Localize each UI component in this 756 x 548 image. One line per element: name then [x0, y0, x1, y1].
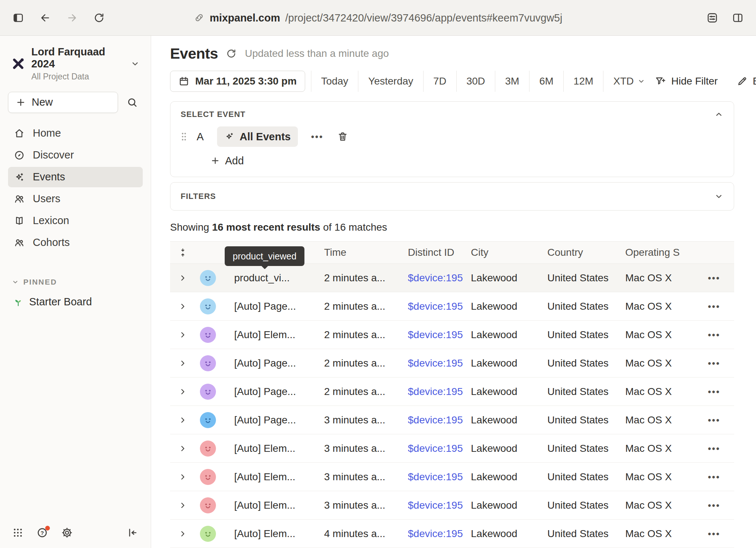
project-switcher[interactable]: Lord Farquaad 2024 All Project Data	[8, 45, 143, 82]
table-row[interactable]: [Auto] Elem... 4 minutes a... $device:19…	[170, 520, 734, 548]
chevron-up-icon[interactable]	[714, 110, 724, 119]
url-bar[interactable]: mixpanel.com/project/3472420/view/397469…	[194, 12, 562, 24]
event-os: Mac OS X	[618, 357, 694, 369]
row-expand-chevron[interactable]	[170, 274, 196, 282]
row-actions-menu[interactable]: •••	[694, 472, 734, 482]
table-row[interactable]: [Auto] Elem... 3 minutes a... $device:19…	[170, 491, 734, 520]
distinct-id-link[interactable]: $device:195...	[408, 500, 464, 511]
sidebar-item-home[interactable]: Home	[8, 123, 143, 144]
row-actions-menu[interactable]: •••	[694, 273, 734, 283]
sidebar-item-cohorts[interactable]: Cohorts	[8, 232, 143, 253]
row-expand-chevron[interactable]	[170, 473, 196, 481]
pinned-section-header[interactable]: PINNED	[8, 278, 143, 286]
distinct-id-link[interactable]: $device:195...	[408, 471, 464, 482]
event-time: 2 minutes a...	[317, 386, 401, 398]
forward-icon[interactable]	[66, 12, 78, 24]
sidebar-item-discover[interactable]: Discover	[8, 145, 143, 165]
row-expand-chevron[interactable]	[170, 387, 196, 396]
drag-handle-icon[interactable]	[181, 132, 187, 142]
hide-filter-button[interactable]: Hide Filter	[655, 75, 718, 87]
distinct-id-link[interactable]: $device:195...	[408, 329, 464, 340]
range-3m[interactable]: 3M	[495, 71, 529, 92]
event-country: United States	[540, 386, 618, 398]
row-expand-chevron[interactable]	[170, 359, 196, 368]
gear-icon[interactable]	[61, 527, 73, 539]
reload-icon[interactable]	[93, 12, 105, 24]
row-actions-menu[interactable]: •••	[694, 443, 734, 454]
event-avatar	[200, 412, 216, 428]
distinct-id-link[interactable]: $device:195...	[408, 301, 464, 312]
table-row[interactable]: [Auto] Elem... 3 minutes a... $device:19…	[170, 463, 734, 491]
range-yesterday[interactable]: Yesterday	[358, 71, 423, 92]
chevron-down-icon[interactable]	[714, 192, 724, 201]
sidebar-item-users[interactable]: Users	[8, 189, 143, 209]
col-os[interactable]: Operating S	[618, 247, 694, 258]
row-actions-menu[interactable]: •••	[694, 301, 734, 312]
range-6m[interactable]: 6M	[529, 71, 563, 92]
add-event-button[interactable]: Add	[210, 153, 244, 168]
event-row-letter: A	[197, 131, 209, 143]
range-30d[interactable]: 30D	[456, 71, 495, 92]
row-expand-chevron[interactable]	[170, 501, 196, 510]
event-city: Lakewood	[464, 414, 540, 426]
col-country[interactable]: Country	[540, 247, 618, 258]
distinct-id-link[interactable]: $device:195...	[408, 443, 464, 454]
row-actions-menu[interactable]: •••	[694, 529, 734, 539]
range-12m[interactable]: 12M	[563, 71, 603, 92]
row-actions-menu[interactable]: •••	[694, 330, 734, 340]
row-actions-menu[interactable]: •••	[694, 387, 734, 397]
browser-settings-icon[interactable]	[706, 12, 718, 24]
range-today[interactable]: Today	[311, 71, 358, 92]
col-city[interactable]: City	[464, 247, 540, 258]
range-xtd[interactable]: XTD	[603, 71, 655, 92]
apps-grid-icon[interactable]	[12, 527, 23, 538]
hide-filter-label: Hide Filter	[671, 75, 718, 87]
collapse-all-icon[interactable]	[170, 247, 196, 258]
event-avatar	[200, 270, 216, 286]
home-icon	[14, 128, 25, 139]
split-view-icon[interactable]	[732, 12, 744, 24]
table-row[interactable]: [Auto] Page... 2 minutes a... $device:19…	[170, 292, 734, 321]
browser-sidebar-toggle-icon[interactable]	[12, 12, 24, 24]
trash-icon[interactable]	[337, 131, 348, 142]
pinned-item-starter-board[interactable]: Starter Board	[8, 292, 143, 312]
row-actions-menu[interactable]: •••	[694, 358, 734, 368]
event-os: Mac OS X	[618, 272, 694, 284]
help-button[interactable]: ?	[36, 527, 48, 539]
row-expand-chevron[interactable]	[170, 302, 196, 311]
row-expand-chevron[interactable]	[170, 444, 196, 453]
refresh-icon[interactable]	[226, 48, 237, 59]
row-expand-chevron[interactable]	[170, 330, 196, 339]
date-picker-button[interactable]: Mar 11, 2025 3:30 pm	[170, 71, 305, 92]
range-7d[interactable]: 7D	[423, 71, 456, 92]
distinct-id-link[interactable]: $device:195...	[408, 528, 464, 539]
table-row[interactable]: [Auto] Elem... 2 minutes a... $device:19…	[170, 321, 734, 349]
row-actions-menu[interactable]: •••	[694, 500, 734, 510]
row-expand-chevron[interactable]	[170, 529, 196, 538]
pinned-label: PINNED	[23, 278, 57, 286]
sidebar-item-events[interactable]: Events	[8, 167, 143, 187]
all-events-selector[interactable]: All Events	[217, 126, 298, 147]
collapse-sidebar-icon[interactable]	[127, 527, 138, 539]
col-distinct-id[interactable]: Distinct ID	[401, 247, 464, 258]
table-row[interactable]: product_vi... 2 minutes a... $device:195…	[170, 264, 734, 292]
event-options-menu[interactable]: •••	[311, 132, 323, 142]
table-row[interactable]: [Auto] Page... 3 minutes a... $device:19…	[170, 406, 734, 434]
table-row[interactable]: [Auto] Elem... 3 minutes a... $device:19…	[170, 434, 734, 463]
back-icon[interactable]	[39, 12, 51, 24]
seedling-icon	[13, 297, 23, 307]
distinct-id-link[interactable]: $device:195...	[408, 272, 464, 283]
sidebar-item-lexicon[interactable]: Lexicon	[8, 211, 143, 231]
table-row[interactable]: [Auto] Page... 2 minutes a... $device:19…	[170, 349, 734, 377]
row-expand-chevron[interactable]	[170, 416, 196, 424]
distinct-id-link[interactable]: $device:195...	[408, 357, 464, 369]
row-actions-menu[interactable]: •••	[694, 415, 734, 425]
col-time[interactable]: Time	[317, 247, 401, 258]
distinct-id-link[interactable]: $device:195...	[408, 386, 464, 397]
search-button[interactable]	[122, 92, 143, 113]
table-row[interactable]: [Auto] Page... 2 minutes a... $device:19…	[170, 377, 734, 406]
edit-columns-button[interactable]: Edit Columns · 6	[737, 75, 756, 87]
distinct-id-link[interactable]: $device:195...	[408, 414, 464, 426]
new-button[interactable]: New	[8, 92, 118, 113]
event-avatar	[200, 469, 216, 485]
